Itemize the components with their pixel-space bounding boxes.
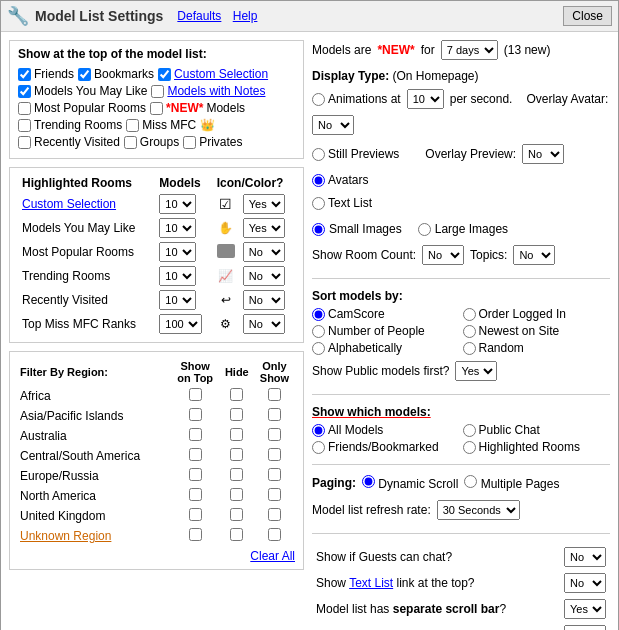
avatars-radio-label[interactable]: Avatars bbox=[312, 173, 368, 187]
large-images-radio[interactable] bbox=[418, 223, 431, 236]
num-people-radio[interactable] bbox=[312, 325, 325, 338]
topmfc-models-select[interactable]: 100 bbox=[159, 314, 202, 334]
models-maylike-label[interactable]: Models You May Like bbox=[18, 84, 147, 98]
central-only-checkbox[interactable] bbox=[268, 448, 281, 461]
groups-checkbox[interactable] bbox=[124, 136, 137, 149]
europe-show-checkbox[interactable] bbox=[189, 468, 202, 481]
random-label[interactable]: Random bbox=[463, 341, 611, 355]
asia-show-checkbox[interactable] bbox=[189, 408, 202, 421]
recently-visited-label[interactable]: Recently Visited bbox=[18, 135, 120, 149]
uk-only-checkbox[interactable] bbox=[268, 508, 281, 521]
uk-hide-checkbox[interactable] bbox=[230, 508, 243, 521]
custom-sel-models-select[interactable]: 10 bbox=[159, 194, 196, 214]
newest-site-label[interactable]: Newest on Site bbox=[463, 324, 611, 338]
custom-selection-link[interactable]: Custom Selection bbox=[174, 67, 268, 81]
bookmarks-label[interactable]: Bookmarks bbox=[78, 67, 154, 81]
text-list-top-link[interactable]: Text List bbox=[349, 576, 393, 590]
topmfc-yesno-select[interactable]: NoYes bbox=[243, 314, 285, 334]
camscore-label[interactable]: CamScore bbox=[312, 307, 460, 321]
custom-sel-row-link[interactable]: Custom Selection bbox=[22, 197, 116, 211]
text-list-radio-label[interactable]: Text List bbox=[312, 196, 372, 210]
recently-visited-checkbox[interactable] bbox=[18, 136, 31, 149]
miss-mfc-checkbox[interactable] bbox=[126, 119, 139, 132]
trending-rooms-label[interactable]: Trending Rooms bbox=[18, 118, 122, 132]
australia-only-checkbox[interactable] bbox=[268, 428, 281, 441]
trending-yesno-select[interactable]: NoYes bbox=[243, 266, 285, 286]
models-notes-label[interactable]: Models with Notes bbox=[151, 84, 265, 98]
refresh-rate-select[interactable]: 30 Seconds 15 Seconds 60 Seconds bbox=[437, 500, 520, 520]
maylike-yesno-select[interactable]: YesNo bbox=[243, 218, 285, 238]
animations-radio-label[interactable]: Animations at bbox=[312, 92, 401, 106]
australia-show-checkbox[interactable] bbox=[189, 428, 202, 441]
help-link[interactable]: Help bbox=[233, 9, 258, 23]
alphabetically-label[interactable]: Alphabetically bbox=[312, 341, 460, 355]
africa-only-checkbox[interactable] bbox=[268, 388, 281, 401]
popular-models-select[interactable]: 10 bbox=[159, 242, 196, 262]
large-images-label[interactable]: Large Images bbox=[418, 222, 508, 236]
highlighted-rooms-label[interactable]: Highlighted Rooms bbox=[463, 440, 611, 454]
groups-label[interactable]: Groups bbox=[124, 135, 179, 149]
text-list-radio[interactable] bbox=[312, 197, 325, 210]
popular-yesno-select[interactable]: NoYes bbox=[243, 242, 285, 262]
northam-only-checkbox[interactable] bbox=[268, 488, 281, 501]
order-logged-radio[interactable] bbox=[463, 308, 476, 321]
order-logged-label[interactable]: Order Logged In bbox=[463, 307, 611, 321]
public-chat-radio[interactable] bbox=[463, 424, 476, 437]
animations-val-select[interactable]: 10 bbox=[407, 89, 444, 109]
public-first-select[interactable]: YesNo bbox=[455, 361, 497, 381]
clear-all-link[interactable]: Clear All bbox=[18, 549, 295, 563]
dynamic-scroll-label[interactable]: Dynamic Scroll bbox=[362, 475, 458, 491]
recent-yesno-select[interactable]: NoYes bbox=[243, 290, 285, 310]
still-previews-radio[interactable] bbox=[312, 148, 325, 161]
new-models-label[interactable]: *NEW* Models bbox=[150, 101, 245, 115]
central-hide-checkbox[interactable] bbox=[230, 448, 243, 461]
defaults-link[interactable]: Defaults bbox=[177, 9, 221, 23]
asia-hide-checkbox[interactable] bbox=[230, 408, 243, 421]
num-people-label[interactable]: Number of People bbox=[312, 324, 460, 338]
recent-models-select[interactable]: 10 bbox=[159, 290, 196, 310]
camscore-radio[interactable] bbox=[312, 308, 325, 321]
topics-select[interactable]: NoYes bbox=[513, 245, 555, 265]
still-previews-radio-label[interactable]: Still Previews bbox=[312, 147, 399, 161]
alphabetically-radio[interactable] bbox=[312, 342, 325, 355]
unknown-region-link[interactable]: Unknown Region bbox=[20, 529, 111, 543]
models-maylike-checkbox[interactable] bbox=[18, 85, 31, 98]
dynamic-scroll-radio[interactable] bbox=[362, 475, 375, 488]
custom-sel-yesno-select[interactable]: YesNo bbox=[243, 194, 285, 214]
bookmarks-checkbox[interactable] bbox=[78, 68, 91, 81]
models-notes-link[interactable]: Models with Notes bbox=[167, 84, 265, 98]
room-count-select[interactable]: NoYes bbox=[422, 245, 464, 265]
unknown-hide-checkbox[interactable] bbox=[230, 528, 243, 541]
europe-only-checkbox[interactable] bbox=[268, 468, 281, 481]
animations-radio[interactable] bbox=[312, 93, 325, 106]
australia-hide-checkbox[interactable] bbox=[230, 428, 243, 441]
privates-label[interactable]: Privates bbox=[183, 135, 242, 149]
custom-selection-checkbox[interactable] bbox=[158, 68, 171, 81]
multiple-pages-radio[interactable] bbox=[464, 475, 477, 488]
days-select[interactable]: 7 days bbox=[441, 40, 498, 60]
overlay-avatar-select[interactable]: NoYes bbox=[312, 115, 354, 135]
africa-show-checkbox[interactable] bbox=[189, 388, 202, 401]
uk-show-checkbox[interactable] bbox=[189, 508, 202, 521]
small-images-label[interactable]: Small Images bbox=[312, 222, 402, 236]
privates-checkbox[interactable] bbox=[183, 136, 196, 149]
new-models-checkbox[interactable] bbox=[150, 102, 163, 115]
friends-label[interactable]: Friends bbox=[18, 67, 74, 81]
friends-bookmarked-radio[interactable] bbox=[312, 441, 325, 454]
europe-hide-checkbox[interactable] bbox=[230, 468, 243, 481]
friends-checkbox[interactable] bbox=[18, 68, 31, 81]
overlay-preview-select[interactable]: NoYes bbox=[522, 144, 564, 164]
unknown-show-checkbox[interactable] bbox=[189, 528, 202, 541]
asia-only-checkbox[interactable] bbox=[268, 408, 281, 421]
trending-rooms-checkbox[interactable] bbox=[18, 119, 31, 132]
custom-selection-label[interactable]: Custom Selection bbox=[158, 67, 268, 81]
scroll-bar-select[interactable]: YesNo bbox=[564, 599, 606, 619]
popular-rooms-checkbox[interactable] bbox=[18, 102, 31, 115]
small-images-radio[interactable] bbox=[312, 223, 325, 236]
newest-site-radio[interactable] bbox=[463, 325, 476, 338]
close-button[interactable]: Close bbox=[563, 6, 612, 26]
maylike-models-select[interactable]: 10 bbox=[159, 218, 196, 238]
unknown-only-checkbox[interactable] bbox=[268, 528, 281, 541]
northam-show-checkbox[interactable] bbox=[189, 488, 202, 501]
northam-hide-checkbox[interactable] bbox=[230, 488, 243, 501]
